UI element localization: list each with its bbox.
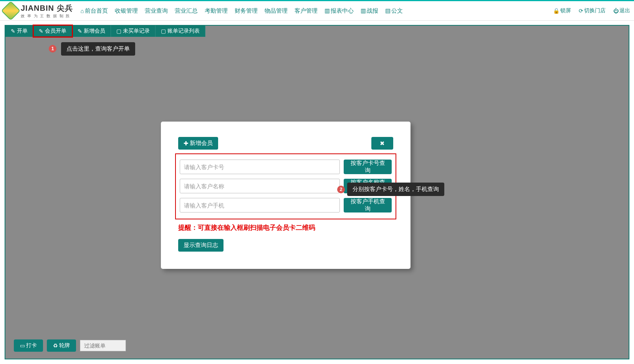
tab-member-open[interactable]: ✎会员开单 — [33, 25, 72, 37]
annotation-badge-2: 2 — [337, 186, 345, 193]
add-member-button[interactable]: ✚ 新增会员 — [178, 137, 218, 150]
annotation-callout-2: 分别按客户卡号，姓名，手机查询 — [347, 183, 444, 196]
tab-bar: ✎开单 ✎会员开单 ✎新增会员 ▢未买单记录 ▢账单记录列表 — [5, 25, 205, 37]
nav-report-center[interactable]: ▥报表中心 — [324, 7, 354, 15]
power-icon: ⏻ — [613, 8, 619, 14]
lock-screen-link[interactable]: 🔒锁屏 — [553, 7, 571, 14]
edit-icon: ✎ — [11, 28, 15, 34]
close-dialog-button[interactable]: ✖ — [371, 137, 393, 150]
edit-icon: ✎ — [78, 28, 82, 34]
tab-no-buy-record[interactable]: ▢未买单记录 — [111, 25, 156, 37]
customer-name-input[interactable] — [180, 179, 340, 193]
brand-title: JIANBIN 尖兵 — [21, 3, 73, 13]
footer-toolbar: ▭ 打卡 ♻ 轮牌 — [14, 339, 126, 352]
nav-battle-report[interactable]: ▥战报 — [361, 7, 378, 15]
annotation-badge-1: 1 — [49, 45, 56, 53]
notice-icon: ▤ — [385, 7, 391, 14]
battle-icon: ▥ — [361, 7, 366, 14]
nav-cashier[interactable]: 收银管理 — [115, 7, 138, 15]
search-by-phone-row: 按客户手机查询 — [176, 196, 396, 215]
switch-icon: ⟳ — [579, 8, 583, 14]
search-by-card-button[interactable]: 按客户卡号查询 — [344, 160, 392, 174]
nav-biz-query[interactable]: 营业查询 — [145, 7, 168, 15]
nav-home[interactable]: ⌂前台首页 — [81, 7, 108, 15]
card-icon: ▭ — [20, 343, 25, 349]
close-icon: ✖ — [380, 140, 385, 147]
main-nav: ⌂前台首页 收银管理 营业查询 营业汇总 考勤管理 财务管理 物品管理 客户管理… — [81, 7, 403, 15]
customer-phone-input[interactable] — [180, 198, 340, 212]
recycle-icon: ♻ — [53, 343, 58, 349]
edit-icon: ✎ — [39, 28, 43, 34]
logout-link[interactable]: ⏻退出 — [613, 7, 630, 14]
brand-logo: JIANBIN 尖兵 效 率 为 王 数 据 制 胜 — [4, 3, 73, 19]
report-icon: ▥ — [324, 7, 330, 14]
search-by-card-row: 按客户卡号查询 — [176, 157, 396, 176]
screen-icon: ▢ — [116, 28, 121, 34]
nav-notice[interactable]: ▤公文 — [385, 7, 403, 15]
brand-subtitle: 效 率 为 王 数 据 制 胜 — [21, 13, 73, 19]
nav-biz-summary[interactable]: 营业汇总 — [175, 7, 198, 15]
nav-goods[interactable]: 物品管理 — [265, 7, 288, 15]
nav-customer[interactable]: 客户管理 — [295, 7, 318, 15]
top-navbar: JIANBIN 尖兵 效 率 为 王 数 据 制 胜 ⌂前台首页 收银管理 营业… — [0, 0, 634, 21]
plus-icon: ✚ — [184, 140, 189, 147]
card-number-input[interactable] — [180, 160, 340, 174]
switch-store-link[interactable]: ⟳切换门店 — [579, 7, 606, 14]
filter-bill-input[interactable] — [80, 340, 126, 351]
show-query-log-button[interactable]: 显示查询日志 — [178, 239, 223, 252]
nav-right: 🔒锁屏 ⟳切换门店 ⏻退出 — [553, 7, 630, 14]
nav-attendance[interactable]: 考勤管理 — [205, 7, 228, 15]
nav-finance[interactable]: 财务管理 — [235, 7, 258, 15]
punch-card-button[interactable]: ▭ 打卡 — [14, 339, 43, 352]
logo-icon — [1, 1, 21, 21]
screen-icon: ▢ — [161, 28, 166, 34]
annotation-callout-1: 点击这里，查询客户开单 — [61, 42, 135, 56]
search-by-phone-button[interactable]: 按客户手机查询 — [344, 198, 392, 212]
tab-bill-list[interactable]: ▢账单记录列表 — [156, 25, 205, 37]
rotate-button[interactable]: ♻ 轮牌 — [47, 339, 76, 352]
tab-open[interactable]: ✎开单 — [5, 25, 33, 37]
home-icon: ⌂ — [81, 8, 84, 14]
qr-scan-reminder: 提醒：可直接在输入框刷扫描电子会员卡二维码 — [178, 223, 393, 232]
workspace: ✎开单 ✎会员开单 ✎新增会员 ▢未买单记录 ▢账单记录列表 1 点击这里，查询… — [5, 25, 629, 359]
lock-icon: 🔒 — [553, 8, 560, 14]
tab-add-member[interactable]: ✎新增会员 — [72, 25, 111, 37]
